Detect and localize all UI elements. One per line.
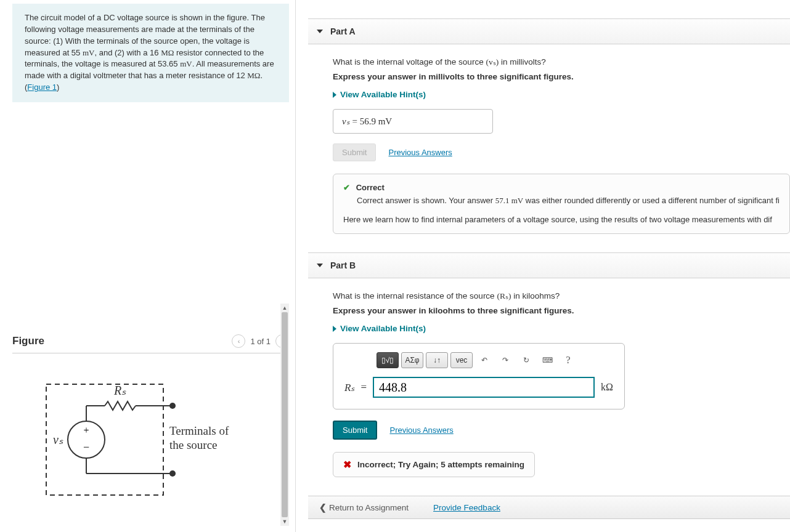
provide-feedback-link[interactable]: Provide Feedback xyxy=(433,503,500,512)
figure-scrollbar[interactable]: ▲ ▼ xyxy=(280,304,289,526)
unit-mv: mV xyxy=(180,59,192,68)
templates-button[interactable]: ▯√▯ xyxy=(377,352,399,368)
part-b-answer-input[interactable] xyxy=(373,377,595,398)
variable-rs: (Rₛ) xyxy=(497,291,511,300)
unit-mohm: MΩ xyxy=(161,48,174,57)
vec-button[interactable]: vec xyxy=(450,352,473,368)
help-button[interactable]: ? xyxy=(559,352,577,368)
problem-statement: The circuit model of a DC voltage source… xyxy=(12,4,289,102)
part-a-title: Part A xyxy=(330,26,356,36)
part-b-previous-answers-link[interactable]: Previous Answers xyxy=(389,425,453,435)
triangle-right-icon xyxy=(333,326,336,332)
part-a-submit-button: Submit xyxy=(333,143,376,161)
svg-point-10 xyxy=(169,470,176,477)
problem-text: ) xyxy=(57,83,59,92)
subsup-button[interactable]: ↓↑ xyxy=(426,352,448,368)
svg-text:−: − xyxy=(83,441,89,453)
part-a-instruction: Express your answer in millivolts to thr… xyxy=(333,72,790,81)
figure-prev-button[interactable]: ‹ xyxy=(232,334,245,348)
figure-title: Figure xyxy=(12,335,44,347)
answer-unit: kΩ xyxy=(601,382,613,393)
part-a-header[interactable]: Part A xyxy=(308,18,790,44)
chevron-left-icon: ❮ xyxy=(319,502,327,512)
part-a-answer-box: vₛ = 56.9 mV xyxy=(333,109,493,134)
answer-var: Rₛ xyxy=(344,381,354,394)
undo-button[interactable]: ↶ xyxy=(475,352,494,368)
scroll-up-icon[interactable]: ▲ xyxy=(280,304,289,312)
terminals-label: Terminals of xyxy=(169,424,229,438)
part-b-submit-button[interactable]: Submit xyxy=(333,421,377,440)
part-b-instruction: Express your answer in kiloohms to three… xyxy=(333,306,790,315)
circuit-diagram: + − Rₛ vₛ Terminals of the source xyxy=(12,372,271,520)
x-icon: ✖ xyxy=(343,459,351,470)
part-b-title: Part B xyxy=(330,260,356,270)
reset-button[interactable]: ↻ xyxy=(517,352,535,368)
greek-button[interactable]: ΑΣφ xyxy=(401,352,423,368)
return-to-assignment-link[interactable]: ❮ Return to Assignment xyxy=(319,502,409,512)
unit-mv: mV xyxy=(83,48,95,57)
vs-label: vₛ xyxy=(53,432,63,447)
svg-text:+: + xyxy=(83,425,89,435)
scroll-down-icon[interactable]: ▼ xyxy=(280,517,289,526)
variable-vs: (vₛ) xyxy=(486,57,499,66)
unit-mohm: MΩ xyxy=(247,71,260,80)
part-b-header[interactable]: Part B xyxy=(308,252,790,278)
equation-toolbar: ▯√▯ ΑΣφ ↓↑ vec ↶ ↷ ↻ ⌨ ? xyxy=(377,352,613,368)
figure-link[interactable]: Figure 1 xyxy=(27,83,57,92)
part-a-previous-answers-link[interactable]: Previous Answers xyxy=(388,148,452,157)
your-answer: 57.1 mV xyxy=(495,196,524,205)
answer-unit: mV xyxy=(376,116,392,126)
redo-button[interactable]: ↷ xyxy=(496,352,515,368)
part-a-feedback: ✔ Correct Correct answer is shown. Your … xyxy=(333,174,790,234)
answer-value: 56.9 xyxy=(360,116,376,126)
figure-counter: 1 of 1 xyxy=(250,337,271,346)
keyboard-button[interactable]: ⌨ xyxy=(538,352,556,368)
part-b-question: What is the internal resistance of the s… xyxy=(333,291,790,301)
rs-label: Rₛ xyxy=(114,383,126,398)
triangle-right-icon xyxy=(333,92,336,98)
part-a-hints-link[interactable]: View Available Hint(s) xyxy=(333,90,790,99)
part-b-hints-link[interactable]: View Available Hint(s) xyxy=(333,324,790,333)
feedback-title: Correct xyxy=(356,183,385,192)
terminals-label: the source xyxy=(169,438,229,453)
feedback-note: Here we learn how to find internal param… xyxy=(343,214,780,227)
problem-text: , and (2) with a 16 xyxy=(94,48,161,57)
feedback-msg: Incorrect; Try Again; 5 attempts remaini… xyxy=(357,460,524,469)
svg-point-3 xyxy=(169,403,176,409)
caret-down-icon xyxy=(317,264,323,267)
answer-editor: ▯√▯ ΑΣφ ↓↑ vec ↶ ↷ ↻ ⌨ ? Rₛ = kΩ xyxy=(333,343,625,409)
part-b-feedback: ✖ Incorrect; Try Again; 5 attempts remai… xyxy=(333,452,535,477)
figure-panel: Figure ‹ 1 of 1 › xyxy=(12,334,289,520)
caret-down-icon xyxy=(317,30,323,33)
scroll-thumb[interactable] xyxy=(282,312,288,517)
answer-var: vₛ xyxy=(342,116,350,126)
part-a-question: What is the internal voltage of the sour… xyxy=(333,57,790,67)
check-icon: ✔ xyxy=(343,183,350,192)
bottom-bar: ❮ Return to Assignment Provide Feedback xyxy=(308,496,790,519)
